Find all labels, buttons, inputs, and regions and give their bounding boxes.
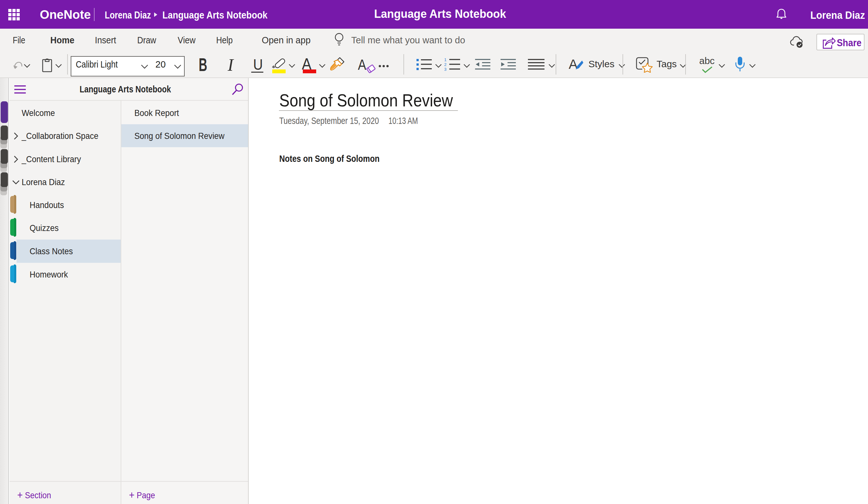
svg-text:A: A	[569, 57, 578, 72]
svg-text:1: 1	[444, 57, 446, 62]
svg-text:3: 3	[444, 67, 446, 71]
svg-text:2: 2	[444, 62, 446, 67]
